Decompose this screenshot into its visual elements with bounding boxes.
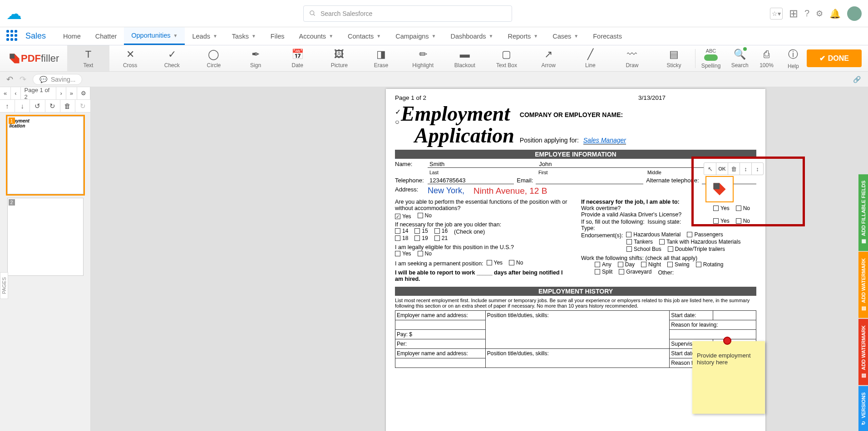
page-thumbnail-2[interactable]: 2: [7, 198, 84, 276]
nav-opportunities[interactable]: Opportunities▼: [124, 27, 185, 45]
chk-no[interactable]: No: [418, 212, 432, 219]
done-button[interactable]: ✔DONE: [807, 49, 862, 67]
tool-search[interactable]: 🔍Search: [726, 45, 753, 71]
telephone-field[interactable]: 12346785643: [428, 177, 514, 184]
email-field[interactable]: [536, 177, 643, 184]
zoom-control[interactable]: ⎙100%: [753, 45, 780, 71]
nav-files[interactable]: Files: [263, 27, 292, 45]
salesforce-nav: Sales Home Chatter Opportunities▼ Leads▼…: [0, 27, 868, 45]
tool-picture[interactable]: 🖼Picture: [318, 45, 360, 71]
pdffiller-logo: PDFfiller: [8, 52, 59, 65]
chevron-down-icon: ▼: [173, 33, 178, 38]
tool-highlight[interactable]: ✏Highlight: [402, 45, 444, 71]
page-label: Page 1 of 2: [21, 87, 57, 99]
picture-icon: 🖼: [334, 49, 344, 60]
tool-help[interactable]: ⓘHelp: [780, 45, 807, 71]
tool-circle[interactable]: ◯Circle: [193, 45, 235, 71]
nav-leads[interactable]: Leads▼: [185, 27, 224, 45]
spelling-toggle[interactable]: ABCSpelling: [695, 48, 727, 69]
tab-add-fillable[interactable]: ▦ADD FILLABLE FIELDS: [858, 174, 868, 251]
img-send-back-button[interactable]: ↕: [751, 163, 763, 175]
nav-dashboards[interactable]: Dashboards▼: [443, 27, 500, 45]
position-value[interactable]: Sales Manager: [583, 137, 626, 145]
nav-accounts[interactable]: Accounts▼: [291, 27, 340, 45]
tool-sticky[interactable]: ▤Sticky: [653, 45, 695, 71]
tool-date[interactable]: 📅Date: [276, 45, 318, 71]
img-delete-button[interactable]: 🗑: [728, 163, 740, 175]
user-avatar[interactable]: [847, 6, 862, 21]
nav-home[interactable]: Home: [56, 27, 88, 45]
tool-cross[interactable]: ✕Cross: [109, 45, 151, 71]
nav-forecasts[interactable]: Forecasts: [586, 27, 629, 45]
tool-textbox[interactable]: ▢Text Box: [486, 45, 528, 71]
notifications-icon[interactable]: 🔔: [829, 8, 841, 19]
tool-check[interactable]: ✓Check: [151, 45, 193, 71]
left-panel: « ‹ Page 1 of 2 › » ⚙ ↑ ↓ ↺ ↻ 🗑 ↻ 1ploym…: [0, 87, 91, 431]
redo-button[interactable]: ↷: [20, 74, 26, 84]
move-up-button[interactable]: ↑: [0, 100, 15, 112]
app-launcher-icon[interactable]: [6, 30, 19, 43]
rotate-button[interactable]: ↻: [75, 100, 90, 112]
tool-blackout[interactable]: ▬Blackout: [444, 45, 486, 71]
img-pointer-button[interactable]: ↖: [704, 163, 716, 175]
first-name-field[interactable]: John: [537, 161, 646, 168]
cross-icon: ✕: [126, 49, 134, 60]
position-label: Position applying for:: [520, 137, 579, 145]
settings-icon[interactable]: ⚙: [816, 9, 823, 19]
next-page-button[interactable]: ›: [56, 87, 66, 99]
tab-add-watermark-1[interactable]: ▤ADD WATERMARK: [858, 252, 868, 318]
last-name-field[interactable]: Smith: [428, 161, 537, 168]
tool-arrow[interactable]: ↗Arrow: [528, 45, 569, 71]
chk-yes[interactable]: ✓Yes: [395, 213, 411, 220]
tab-add-watermark-2[interactable]: ▤ADD WATERMARK: [858, 319, 868, 385]
page-settings-button[interactable]: ⚙: [77, 87, 90, 99]
highlight-icon: ✏: [419, 49, 427, 60]
nav-tasks[interactable]: Tasks▼: [225, 27, 263, 45]
move-down-button[interactable]: ↓: [15, 100, 30, 112]
add-button[interactable]: ⊞: [789, 7, 798, 20]
rotate-cw-button[interactable]: ↻: [45, 100, 60, 112]
help-icon[interactable]: ?: [804, 8, 809, 19]
pages-tab[interactable]: PAGES: [0, 272, 8, 299]
check-icon: ✓: [168, 49, 176, 60]
nav-campaigns[interactable]: Campaigns▼: [388, 27, 443, 45]
thumbnail-tools: ↑ ↓ ↺ ↻ 🗑 ↻: [0, 100, 90, 113]
sticky-note[interactable]: Provide employment history here: [692, 341, 765, 414]
link-icon[interactable]: 🔗: [852, 75, 862, 84]
svg-line-1: [313, 14, 315, 15]
favorites-button[interactable]: ☆▾: [770, 8, 783, 20]
doc-date: 3/13/2017: [638, 94, 666, 101]
last-page-button[interactable]: »: [66, 87, 77, 99]
rotate-ccw-button[interactable]: ↺: [30, 100, 45, 112]
address-street[interactable]: Ninth Avenue, 12 B: [473, 186, 547, 196]
first-page-button[interactable]: «: [0, 87, 11, 99]
undo-button[interactable]: ↶: [6, 74, 13, 84]
delete-page-button[interactable]: 🗑: [60, 100, 75, 112]
main-area: « ‹ Page 1 of 2 › » ⚙ ↑ ↓ ↺ ↻ 🗑 ↻ 1ploym…: [0, 87, 868, 431]
tool-sign[interactable]: ✒Sign: [235, 45, 276, 71]
page-thumbnail-1[interactable]: 1ploymentlication: [7, 116, 84, 194]
sub-toolbar: ↶ ↷ 💬Saving... 🔗: [0, 72, 868, 87]
tool-line[interactable]: ╱Line: [569, 45, 611, 71]
img-ok-button[interactable]: OK: [716, 163, 728, 175]
page-navigator: « ‹ Page 1 of 2 › » ⚙: [0, 87, 90, 100]
tool-text[interactable]: TText: [67, 45, 109, 71]
tool-draw[interactable]: 〰Draw: [611, 45, 653, 71]
nav-chatter[interactable]: Chatter: [88, 27, 124, 45]
address-city[interactable]: New York,: [428, 186, 464, 196]
tool-erase[interactable]: ◨Erase: [360, 45, 402, 71]
company-label: COMPANY OR EMPLOYER NAME:: [520, 111, 626, 118]
img-bring-front-button[interactable]: ↕: [740, 163, 751, 175]
nav-contacts[interactable]: Contacts▼: [340, 27, 388, 45]
sign-icon: ✒: [252, 49, 260, 60]
image-toolbar: ↖ OK 🗑 ↕ ↕: [704, 162, 764, 175]
inserted-image[interactable]: [705, 176, 734, 202]
document-canvas: Page 1 of 23/13/2017 ✓○ Employment Appli…: [91, 87, 868, 431]
arrow-icon: ↗: [544, 49, 552, 60]
header-right: ☆▾ ⊞ ? ⚙ 🔔: [770, 6, 862, 21]
prev-page-button[interactable]: ‹: [11, 87, 20, 99]
nav-reports[interactable]: Reports▼: [501, 27, 546, 45]
tab-versions[interactable]: ↻VERSIONS: [858, 386, 868, 431]
nav-cases[interactable]: Cases▼: [545, 27, 586, 45]
search-bar[interactable]: Search Salesforce: [303, 5, 512, 22]
